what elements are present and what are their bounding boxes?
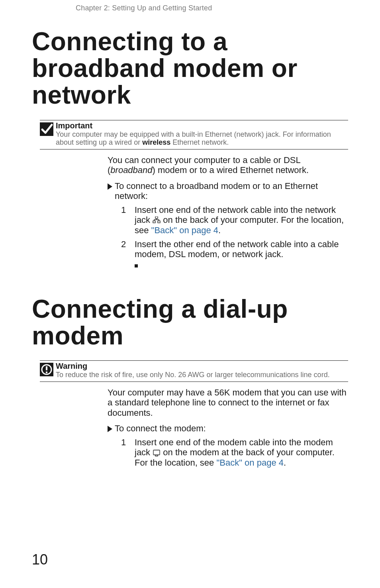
modem-jack-icon <box>153 450 161 457</box>
callout-important-text: Important Your computer may be equipped … <box>56 121 348 149</box>
callout-warning-text: Warning To reduce the risk of fire, use … <box>56 362 348 382</box>
page-number: 10 <box>32 551 48 568</box>
callout-important-label: Important <box>56 121 92 130</box>
section-title-broadband: Connecting to a broadband modem or netwo… <box>32 28 348 109</box>
network-jack-icon <box>153 216 161 224</box>
body-column-2: Your computer may have a 56K modem that … <box>108 387 348 468</box>
triangle-bullet-icon <box>108 426 112 432</box>
body-column-1: You can connect your computer to a cable… <box>108 155 348 269</box>
callout-warning: Warning To reduce the risk of fire, use … <box>40 360 348 382</box>
svg-rect-1 <box>155 216 158 218</box>
intro-paragraph-1: You can connect your computer to a cable… <box>108 155 348 175</box>
svg-rect-3 <box>158 221 160 223</box>
checkmark-icon <box>40 122 53 136</box>
steps-list-2: 1 Insert one end of the modem cable into… <box>121 437 348 468</box>
section-title-dialup: Connecting a dial-up modem <box>32 296 348 349</box>
step-1-2: 2 Insert the other end of the network ca… <box>121 239 348 269</box>
link-back-page4-a[interactable]: "Back" on page 4 <box>151 225 219 235</box>
link-back-page4-b[interactable]: "Back" on page 4 <box>216 458 284 468</box>
callout-important: Important Your computer may be equipped … <box>40 120 348 149</box>
procedure-heading-1: To connect to a broadband modem or to an… <box>108 181 348 201</box>
end-of-procedure-icon <box>135 264 138 267</box>
step-1-1: 1 Insert one end of the network cable in… <box>121 205 348 235</box>
triangle-bullet-icon <box>108 183 112 190</box>
callout-warning-label: Warning <box>56 362 87 370</box>
svg-rect-2 <box>153 221 155 223</box>
svg-rect-6 <box>46 366 47 370</box>
steps-list-1: 1 Insert one end of the network cable in… <box>121 205 348 269</box>
svg-rect-7 <box>46 372 47 373</box>
warning-icon <box>40 363 53 376</box>
svg-rect-8 <box>153 450 160 455</box>
procedure-heading-2: To connect the modem: <box>108 423 348 433</box>
page-container: Chapter 2: Setting Up and Getting Starte… <box>0 0 380 588</box>
intro-paragraph-2: Your computer may have a 56K modem that … <box>108 387 348 418</box>
running-header: Chapter 2: Setting Up and Getting Starte… <box>32 4 348 12</box>
step-2-1: 1 Insert one end of the modem cable into… <box>121 437 348 468</box>
